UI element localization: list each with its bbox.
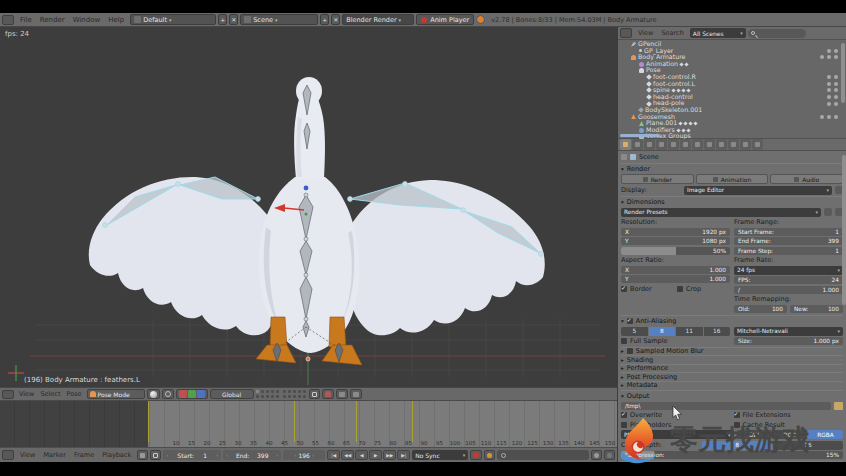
props-tab-material[interactable] (716, 139, 727, 150)
layer-dot[interactable] (283, 395, 286, 398)
menu-item[interactable]: Pose (64, 390, 85, 398)
editor-type-icon[interactable] (2, 15, 14, 25)
aa-sample-16[interactable]: 16 (704, 327, 731, 336)
layer-dot[interactable] (283, 390, 286, 393)
orientation-dropdown[interactable]: Global (210, 389, 254, 399)
props-tab-world[interactable] (656, 139, 667, 150)
play-reverse-button[interactable]: ◀ (355, 450, 368, 460)
border-checkbox[interactable]: Border (621, 285, 674, 293)
layer-dot[interactable] (256, 395, 259, 398)
layer-dot[interactable] (276, 390, 279, 393)
restrict-toggle-icon[interactable] (820, 55, 824, 59)
outliner-search-input[interactable] (748, 29, 806, 38)
record-button[interactable] (470, 450, 482, 460)
restrict-toggle-icon[interactable] (834, 82, 838, 86)
opengl-render-button[interactable] (336, 389, 348, 399)
prev-keyframe-button[interactable]: ◀◀ (341, 450, 354, 460)
resolution-percentage-slider[interactable]: 50% (621, 247, 730, 255)
lock-frame-toggle[interactable] (150, 450, 161, 460)
panel-post-processing[interactable]: Post Processing (621, 372, 843, 381)
menu-item[interactable]: Help (104, 16, 128, 24)
layer-dot[interactable] (303, 390, 306, 393)
props-tab-constraints[interactable] (680, 139, 691, 150)
delete-scene-button[interactable]: ✕ (331, 14, 340, 25)
restrict-toggle-icon[interactable] (827, 88, 831, 92)
aa-sample-8[interactable]: 8 (649, 327, 676, 336)
layer-dot[interactable] (303, 395, 306, 398)
frame-step-field[interactable]: Frame Step:1 (734, 247, 843, 255)
props-tab-modifiers[interactable] (692, 139, 703, 150)
restrict-toggle-icon[interactable] (834, 55, 838, 59)
preset-add-button[interactable] (824, 208, 832, 216)
add-scene-button[interactable]: + (320, 14, 329, 25)
anim-player-button[interactable]: Anim Player (416, 14, 474, 25)
outliner-scope-dropdown[interactable]: All Scenes (690, 28, 746, 38)
menu-item[interactable]: Marker (39, 451, 69, 459)
props-tab-object[interactable] (668, 139, 679, 150)
aa-sample-5[interactable]: 5 (621, 327, 648, 336)
render-animation-button[interactable]: Animation (696, 174, 769, 184)
end-frame-field[interactable]: End: 399 (223, 450, 281, 460)
aa-filter-dropdown[interactable]: Mitchell-Netravali (734, 327, 843, 336)
lock-to-scene-toggle[interactable] (309, 389, 320, 399)
menu-item[interactable]: Window (69, 16, 105, 24)
view3d-editor-icon[interactable] (2, 390, 14, 399)
restrict-toggle-icon[interactable] (827, 115, 831, 119)
outliner-item-foot-control-r[interactable]: foot-control.R (618, 74, 840, 81)
menu-item[interactable]: View (16, 390, 37, 398)
layer-dot[interactable] (276, 395, 279, 398)
menu-item[interactable]: File (16, 16, 36, 24)
restrict-toggle-icon[interactable] (834, 115, 838, 119)
insert-keyframe-button[interactable] (591, 450, 602, 460)
layer-dot[interactable] (266, 390, 269, 393)
output-path-field[interactable]: /tmp\ (621, 402, 831, 410)
menu-item[interactable]: Render (36, 16, 69, 24)
menu-item[interactable]: Playback (98, 451, 135, 459)
start-frame-field[interactable]: Start Frame:1 (734, 228, 843, 236)
props-tab-data[interactable] (704, 139, 715, 150)
remap-old-field[interactable]: Old:100 (734, 305, 787, 313)
opengl-render-anim-button[interactable] (350, 389, 362, 399)
layer-dot[interactable] (256, 390, 259, 393)
render-presets-dropdown[interactable]: Render Presets (621, 208, 821, 217)
screen-layout-dropdown[interactable]: Default (130, 14, 216, 25)
layer-dot[interactable] (266, 395, 269, 398)
props-tab-render[interactable] (620, 139, 631, 150)
outliner-editor-icon[interactable] (620, 28, 632, 38)
pivot-point-dropdown[interactable] (162, 389, 174, 399)
pin-icon[interactable] (621, 154, 627, 160)
manipulator-buttons[interactable] (176, 389, 208, 399)
layer-dot[interactable] (293, 390, 296, 393)
scale-manipulator-icon[interactable] (197, 390, 205, 398)
rotate-manipulator-icon[interactable] (188, 390, 196, 398)
layer-dot[interactable] (271, 390, 274, 393)
sync-dropdown[interactable]: No Sync (412, 450, 468, 460)
restrict-toggle-icon[interactable] (827, 75, 831, 79)
menu-item[interactable]: Search (657, 29, 687, 37)
delete-layout-button[interactable]: ✕ (229, 14, 238, 25)
current-frame-field[interactable]: 196 (283, 450, 325, 460)
layer-dot[interactable] (271, 395, 274, 398)
panel-anti-aliasing[interactable]: Anti-Aliasing (621, 315, 843, 325)
props-tab-render-layers[interactable] (632, 139, 643, 150)
layer-dot[interactable] (261, 390, 264, 393)
render-engine-dropdown[interactable]: Blender Render (342, 14, 414, 25)
restrict-toggle-icon[interactable] (827, 82, 831, 86)
start-frame-field[interactable]: Start: 1 (163, 450, 221, 460)
fps-base-field[interactable]: /1.000 (734, 286, 843, 294)
panel-dimensions[interactable]: Dimensions (621, 196, 843, 206)
keying-set-field[interactable] (497, 450, 589, 460)
use-preview-range-toggle[interactable] (137, 450, 148, 460)
restrict-toggle-icon[interactable] (834, 75, 838, 79)
restrict-toggle-icon[interactable] (834, 95, 838, 99)
add-layout-button[interactable]: + (218, 14, 227, 25)
display-dropdown[interactable]: Image Editor (684, 186, 832, 195)
3d-viewport[interactable]: fps: 24 (196) Body Armature : feathers.L (0, 27, 617, 387)
panel-performance[interactable]: Performance (621, 364, 843, 373)
props-tab-particles[interactable] (740, 139, 751, 150)
restrict-toggle-icon[interactable] (827, 102, 831, 106)
restrict-toggle-icon[interactable] (834, 88, 838, 92)
fps-preset-dropdown[interactable]: 24 fps (734, 266, 843, 275)
properties-scrollbar[interactable] (842, 155, 846, 305)
play-button[interactable]: ▶ (369, 450, 382, 460)
